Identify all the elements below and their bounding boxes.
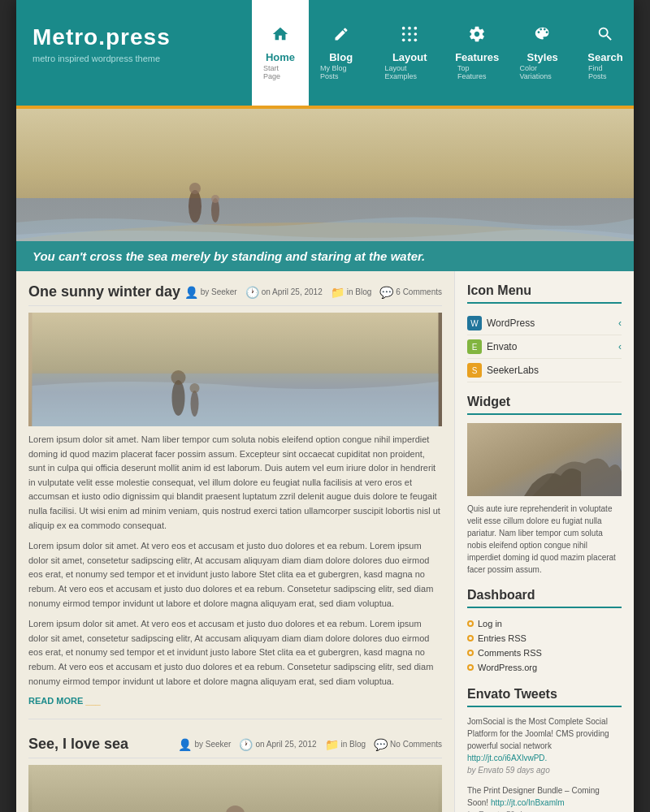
site-tagline: metro inspired wordpress theme xyxy=(32,54,236,63)
dashboard-item-entries[interactable]: Entries RSS xyxy=(467,631,622,646)
post2-comments: 💬 No Comments xyxy=(374,738,442,751)
post-meta-1: 👤 by Seeker 🕐 on April 25, 2012 📁 in Blo… xyxy=(184,286,442,299)
widget-image xyxy=(467,423,622,496)
dash-bullet xyxy=(467,650,474,656)
wordpress-arrow: ‹ xyxy=(618,317,622,329)
read-more-1[interactable]: READ MORE xyxy=(28,696,101,706)
clock2-icon: 🕐 xyxy=(239,738,253,751)
widget-heading: Widget xyxy=(467,395,622,415)
nav-home-sublabel: Start Page xyxy=(263,64,297,80)
dashboard-item-login[interactable]: Log in xyxy=(467,616,622,631)
login-link[interactable]: Log in xyxy=(478,619,502,628)
svg-point-4 xyxy=(408,32,411,36)
post-title-1: One sunny winter day xyxy=(28,283,180,300)
dashboard-list: Log in Entries RSS Comments RSS WordPres… xyxy=(467,616,622,675)
nav-blog-label: Blog xyxy=(329,51,353,63)
icon-menu-heading: Icon Menu xyxy=(467,283,622,304)
svg-point-21 xyxy=(191,391,199,417)
nav-features-sublabel: Top Features xyxy=(457,64,496,80)
features-icon xyxy=(468,25,486,48)
seekerlabs-icon: S xyxy=(467,363,482,378)
main-content: One sunny winter day 👤 by Seeker 🕐 on Ap… xyxy=(16,271,455,812)
site-header: Metro.press metro inspired wordpress the… xyxy=(16,0,634,106)
sidebar-icon-menu: Icon Menu W WordPress ‹ E Envato ‹ xyxy=(467,283,622,382)
post2-category: 📁 in Blog xyxy=(325,738,366,751)
tweet-2: The Print Designer Bundle – Coming Soon!… xyxy=(467,784,622,812)
tweet-1: JomSocial is the Most Complete Social Pl… xyxy=(467,715,622,776)
svg-point-7 xyxy=(408,39,411,42)
wordpress-org-link[interactable]: WordPress.org xyxy=(478,663,537,672)
tweet-link-2[interactable]: http://jt.co/InBxamlm xyxy=(491,798,565,807)
sidebar-widget: Widget xyxy=(467,395,622,576)
svg-point-1 xyxy=(408,27,411,30)
hero-quote: You can't cross the sea merely by standi… xyxy=(16,241,634,271)
icon-menu-item-wordpress[interactable]: W WordPress ‹ xyxy=(467,312,622,335)
nav-search-sublabel: Find Posts xyxy=(588,64,622,80)
nav-layout-sublabel: Layout Examples xyxy=(384,64,435,80)
post-header-2: See, I love sea 👤 by Seeker 🕐 on April 2… xyxy=(28,736,442,758)
comment-icon: 💬 xyxy=(379,286,393,299)
post-category-1: 📁 in Blog xyxy=(331,286,372,299)
folder-icon: 📁 xyxy=(331,286,344,299)
seekerlabs-label: SeekerLabs xyxy=(487,365,539,376)
svg-point-16 xyxy=(211,195,219,203)
svg-point-2 xyxy=(414,27,418,30)
comments-rss-link[interactable]: Comments RSS xyxy=(478,648,542,658)
dash-bullet xyxy=(467,664,474,671)
post-author-1: 👤 by Seeker xyxy=(184,286,237,299)
svg-point-19 xyxy=(172,380,185,416)
svg-point-3 xyxy=(402,32,405,36)
envato-arrow: ‹ xyxy=(618,341,622,352)
author-icon: 👤 xyxy=(184,286,198,299)
styles-icon xyxy=(534,25,552,48)
tweets-heading: Envato Tweets xyxy=(467,687,622,707)
dash-bullet xyxy=(467,635,474,641)
tweet-meta-1: by Envato 59 days ago xyxy=(467,764,622,776)
tweet-meta-2: by Envato 59 days ago xyxy=(467,809,622,812)
content-area: One sunny winter day 👤 by Seeker 🕐 on Ap… xyxy=(16,271,634,812)
post-comments-1: 💬 6 Comments xyxy=(379,286,442,299)
icon-menu-item-seekerlabs[interactable]: S SeekerLabs xyxy=(467,359,622,382)
post-body-1: Lorem ipsum dolor sit amet. Nam liber te… xyxy=(28,433,442,689)
post-date-1: 🕐 on April 25, 2012 xyxy=(245,286,323,299)
blog-icon xyxy=(333,25,349,48)
dashboard-item-wordpress[interactable]: WordPress.org xyxy=(467,660,622,675)
comment2-icon: 💬 xyxy=(374,738,388,751)
tweet-link-1[interactable]: http://jt.co/i6AXlvwPD. xyxy=(467,754,547,762)
post-header-1: One sunny winter day 👤 by Seeker 🕐 on Ap… xyxy=(28,283,442,306)
layout-icon xyxy=(401,25,418,48)
nav-blog[interactable]: Blog My Blog Posts xyxy=(309,0,373,106)
entries-rss-link[interactable]: Entries RSS xyxy=(478,633,526,643)
clock-icon: 🕐 xyxy=(245,286,259,299)
nav-features[interactable]: Features Top Features xyxy=(446,0,508,106)
nav-styles[interactable]: Styles Color Variations xyxy=(508,0,577,106)
sidebar: Icon Menu W WordPress ‹ E Envato ‹ xyxy=(455,271,634,812)
nav-styles-label: Styles xyxy=(527,51,558,63)
nav-home-label: Home xyxy=(266,51,295,63)
post2-author: 👤 by Seeker xyxy=(178,738,231,751)
nav-layout[interactable]: Layout Layout Examples xyxy=(373,0,446,106)
wordpress-label: WordPress xyxy=(487,317,535,329)
svg-point-8 xyxy=(414,39,418,42)
widget-text: Quis aute iure reprehenderit in voluptat… xyxy=(467,503,622,576)
svg-point-6 xyxy=(402,39,405,42)
nav-home[interactable]: Home Start Page xyxy=(252,0,309,106)
svg-point-14 xyxy=(189,183,201,194)
svg-point-5 xyxy=(414,32,418,36)
post-article-1: One sunny winter day 👤 by Seeker 🕐 on Ap… xyxy=(28,283,442,719)
dashboard-item-comments[interactable]: Comments RSS xyxy=(467,646,622,660)
nav-layout-label: Layout xyxy=(392,51,427,63)
sidebar-dashboard: Dashboard Log in Entries RSS Comments RS… xyxy=(467,588,622,675)
nav-search[interactable]: Search Find Posts xyxy=(577,0,634,106)
envato-label: Envato xyxy=(487,341,517,352)
icon-menu-item-envato[interactable]: E Envato ‹ xyxy=(467,335,622,359)
post2-date: 🕐 on April 25, 2012 xyxy=(239,738,316,751)
svg-rect-23 xyxy=(32,765,439,812)
home-icon xyxy=(271,25,289,48)
post-image-2 xyxy=(28,765,442,812)
svg-point-22 xyxy=(190,383,200,393)
hero-banner: You can't cross the sea merely by standi… xyxy=(16,109,634,271)
nav-blog-sublabel: My Blog Posts xyxy=(320,64,362,80)
nav-search-label: Search xyxy=(587,51,622,63)
author2-icon: 👤 xyxy=(178,738,192,751)
